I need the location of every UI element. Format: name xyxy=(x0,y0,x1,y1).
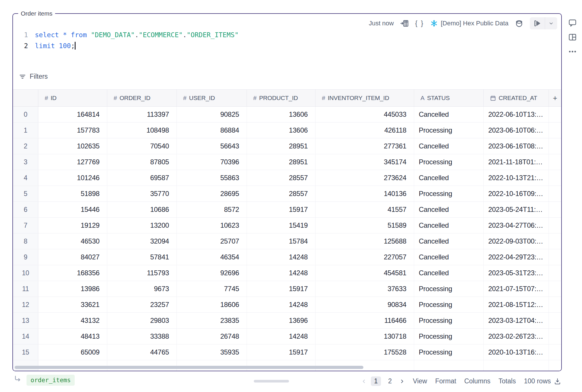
created-at-cell[interactable]: 2020-10-13T16:… xyxy=(484,344,549,360)
created-at-cell[interactable]: 2021-11-18T01:… xyxy=(484,154,549,170)
row-index-cell[interactable]: 1 xyxy=(13,122,38,138)
inventory-item-id-cell[interactable]: 140136 xyxy=(316,186,414,201)
user-id-cell[interactable]: 26748 xyxy=(177,329,247,344)
row-index-cell[interactable]: 3 xyxy=(13,154,38,170)
user-id-cell[interactable]: 90825 xyxy=(177,107,247,122)
user-id-cell[interactable]: 28695 xyxy=(177,186,247,201)
inventory-item-id-cell[interactable]: 227057 xyxy=(316,249,414,265)
order-id-cell[interactable]: 35770 xyxy=(107,186,177,201)
inventory-item-id-cell[interactable]: 41557 xyxy=(316,202,414,217)
user-id-cell[interactable]: 18606 xyxy=(177,297,247,312)
id-cell[interactable]: 13986 xyxy=(38,281,107,297)
product-id-cell[interactable]: 15917 xyxy=(247,281,316,297)
column-header-product-id[interactable]: # PRODUCT_ID xyxy=(247,90,316,106)
inventory-item-id-cell[interactable]: 175528 xyxy=(316,344,414,360)
created-at-cell[interactable]: 2023-02-26T23:… xyxy=(484,329,549,344)
created-at-cell[interactable]: 2023-03-12T04:… xyxy=(484,313,549,328)
run-options-chevron[interactable] xyxy=(545,17,557,29)
id-cell[interactable]: 19129 xyxy=(38,218,107,233)
format-menu-button[interactable]: Format xyxy=(435,377,456,385)
page-button-2[interactable]: 2 xyxy=(385,376,395,386)
created-at-cell[interactable]: 2023-06-10T06:… xyxy=(484,122,549,138)
status-cell[interactable]: Processing xyxy=(414,281,484,297)
product-id-cell[interactable]: 15419 xyxy=(247,218,316,233)
status-cell[interactable]: Cancelled xyxy=(414,265,484,281)
product-id-cell[interactable]: 14248 xyxy=(247,297,316,312)
table-resize-handle[interactable] xyxy=(254,380,289,382)
created-at-cell[interactable]: 2023-05-24T11:… xyxy=(484,202,549,217)
status-cell[interactable]: Cancelled xyxy=(414,170,484,186)
order-id-cell[interactable]: 108498 xyxy=(107,122,177,138)
status-cell[interactable]: Processing xyxy=(414,186,484,201)
inventory-item-id-cell[interactable]: 273624 xyxy=(316,170,414,186)
column-header-status[interactable]: A STATUS xyxy=(414,90,484,106)
created-at-cell[interactable]: 2023-04-27T06:… xyxy=(484,218,549,233)
created-at-cell[interactable]: 2023-05-31T23:… xyxy=(484,265,549,281)
totals-menu-button[interactable]: Totals xyxy=(499,377,516,385)
status-cell[interactable]: Processing xyxy=(414,154,484,170)
created-at-cell[interactable]: 2023-06-16T08:… xyxy=(484,138,549,154)
cell-title[interactable]: Order items xyxy=(18,10,55,18)
id-cell[interactable]: 65009 xyxy=(38,344,107,360)
created-at-cell[interactable]: 2022-06-10T13:… xyxy=(484,107,549,122)
order-id-cell[interactable]: 9673 xyxy=(107,281,177,297)
order-id-cell[interactable]: 70540 xyxy=(107,138,177,154)
user-id-cell[interactable]: 10623 xyxy=(177,218,247,233)
row-index-cell[interactable]: 14 xyxy=(13,329,38,344)
status-cell[interactable]: Processing xyxy=(414,122,484,138)
product-id-cell[interactable]: 15917 xyxy=(247,344,316,360)
order-id-cell[interactable]: 69587 xyxy=(107,170,177,186)
row-index-cell[interactable]: 11 xyxy=(13,281,38,297)
order-id-cell[interactable]: 29803 xyxy=(107,313,177,328)
filters-button[interactable]: Filters xyxy=(19,73,48,80)
order-id-cell[interactable]: 33388 xyxy=(107,329,177,344)
horizontal-scrollbar-thumb[interactable] xyxy=(15,366,363,369)
page-button-1[interactable]: 1 xyxy=(371,376,381,386)
user-id-cell[interactable]: 23835 xyxy=(177,313,247,328)
product-id-cell[interactable]: 13696 xyxy=(247,313,316,328)
inventory-item-id-cell[interactable]: 454581 xyxy=(316,265,414,281)
row-index-cell[interactable]: 5 xyxy=(13,186,38,201)
order-id-cell[interactable]: 13200 xyxy=(107,218,177,233)
data-connection-selector[interactable]: [Demo] Hex Public Data xyxy=(430,20,508,27)
product-id-cell[interactable]: 13606 xyxy=(247,107,316,122)
column-header-created-at[interactable]: CREATED_AT xyxy=(484,90,549,106)
user-id-cell[interactable]: 92696 xyxy=(177,265,247,281)
status-cell[interactable]: Processing xyxy=(414,344,484,360)
inventory-item-id-cell[interactable]: 116466 xyxy=(316,313,414,328)
column-header-user-id[interactable]: # USER_ID xyxy=(177,90,247,106)
order-id-cell[interactable]: 57841 xyxy=(107,249,177,265)
row-index-cell[interactable]: 4 xyxy=(13,170,38,186)
created-at-cell[interactable]: 2022-10-13T21:… xyxy=(484,170,549,186)
order-id-cell[interactable]: 87805 xyxy=(107,154,177,170)
id-cell[interactable]: 102635 xyxy=(38,138,107,154)
column-header-id[interactable]: # ID xyxy=(38,90,107,106)
row-index-cell[interactable]: 15 xyxy=(13,344,38,360)
order-id-cell[interactable]: 115793 xyxy=(107,265,177,281)
user-id-cell[interactable]: 35935 xyxy=(177,344,247,360)
order-id-cell[interactable]: 23257 xyxy=(107,297,177,312)
user-id-cell[interactable]: 56643 xyxy=(177,138,247,154)
status-cell[interactable]: Cancelled xyxy=(414,233,484,249)
product-id-cell[interactable]: 14248 xyxy=(247,329,316,344)
id-cell[interactable]: 43132 xyxy=(38,313,107,328)
product-id-cell[interactable]: 14248 xyxy=(247,249,316,265)
row-index-cell[interactable]: 8 xyxy=(13,233,38,249)
run-cell-button[interactable] xyxy=(530,17,545,29)
user-id-cell[interactable]: 55863 xyxy=(177,170,247,186)
product-id-cell[interactable]: 28951 xyxy=(247,138,316,154)
more-options-icon[interactable] xyxy=(568,47,577,56)
product-id-cell[interactable]: 13606 xyxy=(247,122,316,138)
product-id-cell[interactable]: 28557 xyxy=(247,170,316,186)
status-cell[interactable]: Cancelled xyxy=(414,249,484,265)
order-id-cell[interactable]: 44765 xyxy=(107,344,177,360)
id-cell[interactable]: 33621 xyxy=(38,297,107,312)
created-at-cell[interactable]: 2021-07-15T07:… xyxy=(484,281,549,297)
id-cell[interactable]: 127769 xyxy=(38,154,107,170)
sql-editor[interactable]: 1 select * from "DEMO_DATA"."ECOMMERCE".… xyxy=(13,29,527,51)
dataframe-output-icon[interactable] xyxy=(400,19,409,28)
id-cell[interactable]: 46530 xyxy=(38,233,107,249)
created-at-cell[interactable]: 2022-10-16T09:… xyxy=(484,186,549,201)
product-id-cell[interactable]: 14248 xyxy=(247,265,316,281)
status-cell[interactable]: Cancelled xyxy=(414,138,484,154)
